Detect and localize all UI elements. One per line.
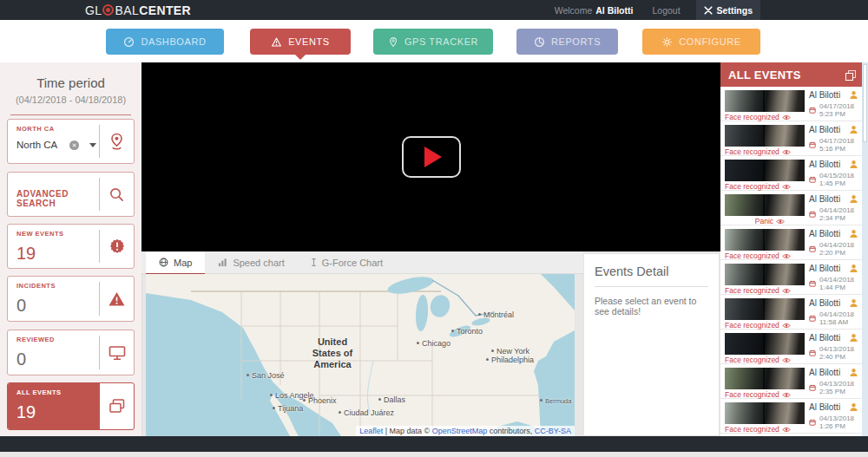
event-list-item[interactable]: Face recognized Al Bilotti 04/13/2018 1:…: [720, 399, 862, 434]
event-list-item[interactable]: Face recognized Al Bilotti 04/14/2018 1:…: [720, 260, 862, 295]
event-tag: Panic: [755, 217, 773, 225]
calendar-icon: [809, 349, 816, 356]
play-button[interactable]: [402, 136, 461, 178]
play-icon: [424, 147, 442, 167]
event-thumbnail[interactable]: [725, 264, 805, 285]
username: Al Bilotti: [595, 5, 633, 16]
settings-button[interactable]: Settings: [696, 0, 760, 20]
event-list-item[interactable]: Face recognized Al Bilotti 04/17/2018 5:…: [720, 87, 862, 121]
leaflet-link[interactable]: Leaflet: [359, 427, 383, 435]
welcome-text: WelcomeAl Bilotti: [555, 5, 634, 16]
tab-gforce-chart[interactable]: G-Force Chart: [298, 251, 396, 273]
event-list-item[interactable]: Face recognized Al Bilotti 04/15/2018 1:…: [720, 156, 862, 191]
reviewed-card[interactable]: REVIEWED 0: [7, 330, 135, 375]
nav-gps-tracker-button[interactable]: GPS TRACKER: [373, 29, 493, 55]
calendar-icon: [809, 211, 816, 218]
region-label: NORTH CA: [16, 125, 99, 133]
license-link[interactable]: CC-BY-SA: [535, 427, 571, 435]
event-thumbnail[interactable]: [725, 194, 805, 216]
calendar-icon: [809, 141, 816, 148]
incidents-card[interactable]: INCIDENTS 0: [7, 276, 135, 322]
nav-reports-button[interactable]: REPORTS: [516, 29, 618, 55]
calendar-icon: [809, 315, 816, 322]
event-thumbnail[interactable]: [725, 402, 805, 424]
logo-text-mid: BAL: [115, 3, 139, 17]
chevron-down-icon[interactable]: [89, 143, 96, 147]
gforce-icon: [311, 258, 317, 267]
event-tag: Face recognized: [725, 425, 779, 434]
warning-triangle-icon: [108, 291, 126, 307]
driver-icon: [849, 160, 858, 169]
event-datetime: 04/15/2018 1:45 PM: [819, 172, 854, 187]
calendar-icon: [809, 280, 816, 287]
badge-exclamation-icon: [108, 238, 126, 255]
event-list-item[interactable]: Face recognized Al Bilotti 04/14/2018 2:…: [720, 225, 862, 260]
event-tagline: Face recognized: [725, 321, 815, 330]
driver-icon: [849, 298, 858, 308]
map-tabbar: Map Speed chart G-Force Chart: [141, 251, 583, 274]
event-tag: Face recognized: [725, 390, 779, 399]
logout-link[interactable]: Logout: [652, 5, 680, 16]
nav-configure-button[interactable]: CONFIGURE: [642, 29, 760, 55]
tab-map[interactable]: Map: [146, 251, 205, 275]
globe-icon: [159, 258, 168, 267]
event-thumbnail[interactable]: [725, 333, 805, 355]
event-tagline: Face recognized: [725, 356, 815, 364]
event-tag: Face recognized: [725, 182, 779, 191]
clear-icon[interactable]: [69, 140, 79, 150]
event-datetime: 04/17/2018 5:23 PM: [819, 102, 854, 118]
event-driver-name: Al Bilotti: [809, 368, 846, 377]
event-thumbnail[interactable]: [725, 160, 805, 181]
event-tag: Face recognized: [725, 286, 779, 295]
map-city-label: San José: [247, 371, 285, 380]
region-pin-button[interactable]: [99, 125, 134, 158]
eye-icon: [782, 392, 791, 398]
event-thumbnail[interactable]: [725, 90, 805, 112]
app-window: GLBALCENTER WelcomeAl Bilotti Logout Set…: [0, 0, 868, 457]
nav-dashboard-button[interactable]: DASHBOARD: [106, 29, 224, 55]
event-tag: Face recognized: [725, 113, 779, 121]
eye-icon: [782, 288, 791, 294]
region-select-value: North CA: [16, 140, 57, 150]
all-events-card[interactable]: ALL EVENTS 19: [7, 382, 135, 430]
event-thumbnail[interactable]: [725, 229, 805, 251]
event-list-item[interactable]: Face recognized Al Bilotti 04/13/2018 2:…: [720, 364, 862, 399]
event-datetime: 04/14/2018 2:34 PM: [819, 206, 854, 222]
event-thumbnail[interactable]: [725, 368, 805, 389]
advanced-search-card[interactable]: ADVANCED SEARCH: [7, 172, 135, 217]
event-driver-name: Al Bilotti: [809, 229, 846, 238]
events-list: Face recognized Al Bilotti 04/17/2018 5:…: [720, 87, 862, 436]
driver-icon: [849, 229, 858, 238]
event-list-item[interactable]: Face recognized Al Bilotti 04/14/2018 11…: [720, 295, 862, 330]
all-events-header: ALL EVENTS: [720, 62, 862, 87]
scrollbar-thumb[interactable]: [863, 64, 867, 142]
tab-speed-chart[interactable]: Speed chart: [205, 251, 297, 273]
events-scrollbar[interactable]: [862, 62, 868, 452]
event-driver-name: Al Bilotti: [809, 125, 846, 134]
video-player[interactable]: [141, 62, 720, 251]
all-events-panel: ALL EVENTS Face recognized Al Bilotti 04…: [720, 62, 862, 436]
eye-icon: [782, 184, 791, 190]
event-datetime: 04/13/2018 2:40 PM: [819, 345, 854, 361]
map-city-label: Montréal: [478, 310, 514, 319]
event-list-item[interactable]: Face recognized Al Bilotti 04/17/2018 5:…: [720, 121, 862, 156]
event-datetime: 04/14/2018 2:20 PM: [819, 241, 854, 257]
event-list-item[interactable]: Panic Al Bilotti 04/14/2018 2:34 PM Lexu…: [720, 191, 862, 225]
event-driver-name: Al Bilotti: [809, 402, 846, 412]
event-thumbnail[interactable]: [725, 298, 805, 320]
nav-events-button[interactable]: EVENTS: [250, 29, 351, 55]
region-select[interactable]: North CA: [16, 140, 99, 150]
map-canvas[interactable]: United States of America MontréalToronto…: [146, 274, 575, 436]
event-thumbnail[interactable]: [725, 125, 805, 147]
driver-icon: [849, 194, 858, 204]
event-tag: Face recognized: [725, 321, 779, 330]
advanced-search-label: ADVANCED SEARCH: [16, 189, 99, 208]
event-datetime: 04/13/2018 2:35 PM: [819, 380, 854, 395]
new-events-card[interactable]: NEW EVENTS 19: [7, 224, 135, 269]
map-city-label: Chicago: [417, 339, 450, 348]
region-select-card: NORTH CA North CA: [7, 119, 135, 164]
osm-link[interactable]: OpenStreetMap: [432, 427, 488, 435]
eye-icon: [782, 114, 791, 121]
copy-icon[interactable]: [845, 70, 854, 79]
event-list-item[interactable]: Face recognized Al Bilotti 04/13/2018 2:…: [720, 330, 862, 364]
